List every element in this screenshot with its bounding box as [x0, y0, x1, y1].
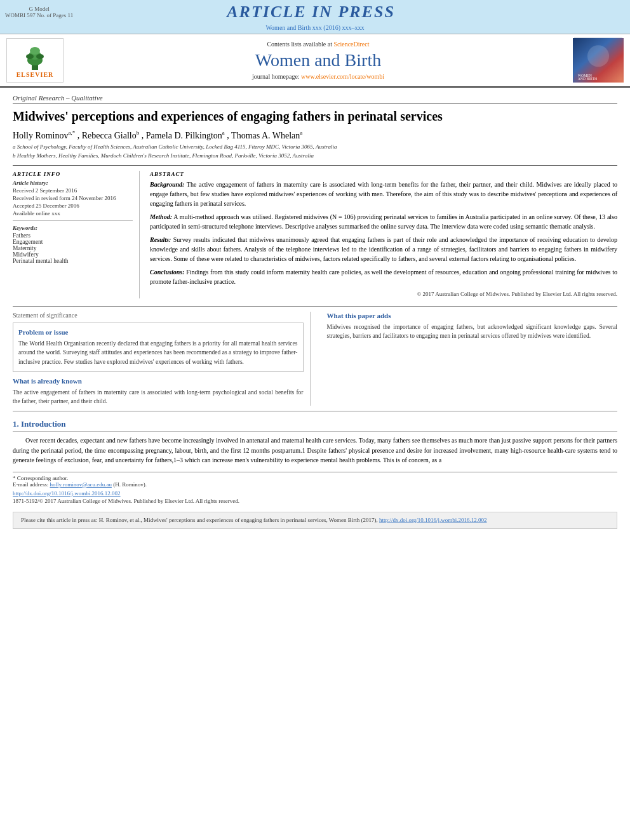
accepted-date: Accepted 25 December 2016: [13, 203, 133, 209]
keyword-maternity: Maternity: [13, 245, 133, 251]
svg-text:AND BIRTH: AND BIRTH: [578, 77, 597, 81]
problem-box: Problem or issue The World Health Organi…: [13, 323, 304, 372]
homepage-url[interactable]: www.elsevier.com/locate/wombi: [301, 73, 384, 80]
keywords-label: Keywords:: [13, 225, 133, 231]
significance-title: Statement of significance: [13, 312, 304, 319]
elsevier-logo: ELSEVIER: [6, 38, 64, 83]
received-date: Received 2 September 2016: [13, 187, 133, 194]
history-label: Article history:: [13, 180, 133, 186]
contents-line: Contents lists available at ScienceDirec…: [70, 41, 566, 48]
journal-cover-image: WOMEN AND BIRTH: [573, 38, 624, 83]
article-type: Original Research – Qualitative: [13, 94, 617, 104]
available-online: Available online xxx: [13, 210, 133, 217]
abstract-method: Method: A multi-method approach was util…: [150, 212, 617, 231]
corresponding-author: * Corresponding author.: [13, 475, 617, 481]
svg-point-7: [587, 45, 609, 67]
intro-body: Over recent decades, expectant and new f…: [13, 436, 617, 465]
article-in-press-banner: ARTICLE IN PRESS: [227, 3, 395, 22]
abstract-conclusions: Conclusions: Findings from this study co…: [150, 267, 617, 286]
doi-link[interactable]: http://dx.doi.org/10.1016/j.wombi.2016.1…: [13, 490, 121, 497]
svg-point-3: [30, 47, 40, 55]
article-info-label: Article Info: [13, 171, 133, 177]
issn-line: 1871-5192/© 2017 Australian College of M…: [13, 498, 617, 504]
keyword-midwifery: Midwifery: [13, 251, 133, 258]
copyright-line: © 2017 Australian College of Midwives. P…: [150, 290, 617, 299]
keyword-perinatal: Perinatal mental health: [13, 258, 133, 264]
abstract-background: Background: The active engagement of fat…: [150, 180, 617, 208]
email-line: E-mail address: holly.rominov@acu.edu.au…: [13, 481, 617, 488]
keyword-engagement: Engagement: [13, 239, 133, 245]
intro-section-title: 1. Introduction: [13, 419, 617, 432]
homepage-line: journal homepage: www.elsevier.com/locat…: [70, 73, 566, 80]
received-revised-date: Received in revised form 24 November 201…: [13, 195, 133, 201]
known-section: What is already known The active engagem…: [13, 377, 304, 406]
journal-color-link: Women and Birth xxx (2016) xxx–xxx: [0, 23, 630, 32]
authors-line: Holly Rominova,* , Rebecca Giallob , Pam…: [13, 130, 617, 141]
g-model-label: G Model WOMBI 597 No. of Pages 11: [5, 6, 73, 18]
affiliation-a: a School of Psychology, Faculty of Healt…: [13, 143, 617, 150]
abstract-results: Results: Survey results indicated that m…: [150, 235, 617, 263]
abstract-label: Abstract: [150, 171, 617, 177]
affiliation-b: b Healthy Mothers, Healthy Families, Mur…: [13, 152, 617, 159]
article-title: Midwives' perceptions and experiences of…: [13, 108, 617, 124]
svg-rect-0: [32, 65, 38, 70]
adds-section: What this paper adds Midwives recognised…: [321, 312, 618, 406]
elsevier-label: ELSEVIER: [17, 71, 54, 78]
svg-point-4: [26, 54, 34, 59]
sciencedirect-link[interactable]: ScienceDirect: [333, 41, 369, 48]
citation-bar: Please cite this article in press as: H.…: [13, 512, 617, 530]
citation-doi-link[interactable]: http://dx.doi.org/10.1016/j.wombi.2016.1…: [379, 517, 487, 523]
journal-title: Women and Birth: [70, 50, 566, 70]
svg-point-5: [36, 54, 44, 59]
keyword-fathers: Fathers: [13, 232, 133, 239]
